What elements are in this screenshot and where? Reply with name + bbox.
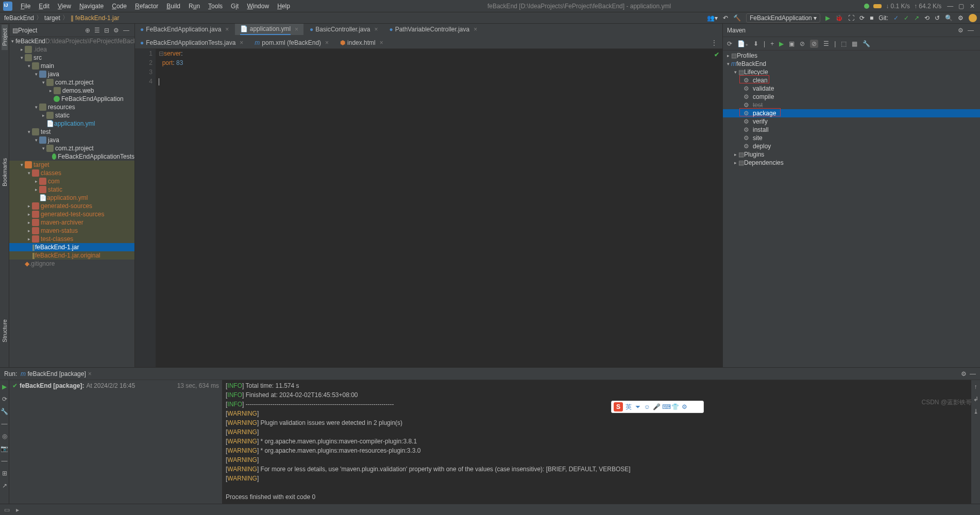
wrench-icon[interactable]: 🔧 <box>1 408 8 415</box>
menu-view[interactable]: View <box>54 3 75 10</box>
tab-pathvar[interactable]: ●PathVariableController.java× <box>384 24 482 35</box>
maven-hide-icon[interactable]: — <box>966 27 976 34</box>
bc-jar[interactable]: ‖ feBackEnd-1.jar <box>70 14 121 22</box>
menu-navigate[interactable]: Navigate <box>75 3 108 10</box>
menu-run[interactable]: Run <box>184 3 204 10</box>
coverage-button[interactable]: ⛶ <box>848 14 854 22</box>
tab-pom[interactable]: m pom.xml (feBackEnd)× <box>249 37 334 48</box>
maven-settings-icon[interactable]: ⚙ <box>956 27 966 34</box>
search-icon[interactable]: 🔍 <box>945 14 953 22</box>
bookmarks-tool-button[interactable]: Bookmarks <box>2 154 8 191</box>
console-output[interactable]: [INFO] Total time: 11.574 s[INFO] Finish… <box>223 380 971 504</box>
dump-icon[interactable]: 📷 <box>1 445 8 452</box>
tab-yml[interactable]: 📄 application.yml× <box>235 24 303 35</box>
run-maven-icon[interactable]: ▶ <box>779 40 784 47</box>
collapse-icon[interactable]: ⊟ <box>102 27 111 34</box>
tab-menu-icon[interactable]: ⋮ <box>706 37 722 48</box>
git-update-icon[interactable]: ✓ <box>893 14 899 22</box>
git-commit-icon[interactable]: ✓ <box>904 14 909 22</box>
gutter: 1234 <box>135 49 156 367</box>
status-run-icon[interactable]: ▭ <box>4 506 10 513</box>
editor[interactable]: 1234 ⊟server: port: 83 ✔ <box>135 49 722 367</box>
skip-tests-icon[interactable]: ⊘ <box>810 40 818 48</box>
generate-icon[interactable]: 📄₊ <box>737 40 748 47</box>
menu-code[interactable]: Code <box>108 3 131 10</box>
user-avatar[interactable] <box>969 14 977 22</box>
hammer-icon[interactable]: 🔨 <box>733 14 741 22</box>
run-tab-close[interactable]: × <box>88 370 92 377</box>
runconfig-selector[interactable]: FeBackEndApplication ▾ <box>746 13 820 23</box>
project-panel-title: Project <box>18 27 37 34</box>
people-icon[interactable]: 👥▾ <box>707 14 718 22</box>
back-icon[interactable]: ↶ <box>723 14 728 22</box>
ime-bar[interactable]: S 英⏷☺🎤⌨👕⚙ <box>611 401 704 413</box>
stop-icon[interactable]: ⟳ <box>2 396 7 403</box>
menu-tools[interactable]: Tools <box>204 3 227 10</box>
flatten-icon[interactable]: ☰ <box>92 27 102 34</box>
refresh-icon[interactable]: ⟳ <box>727 40 732 47</box>
menu-help[interactable]: Help <box>273 3 294 10</box>
maximize-button[interactable]: ▢ <box>957 3 966 10</box>
toggle-offline-icon[interactable]: ⊘ <box>800 40 805 47</box>
run-label: Run: <box>4 370 17 377</box>
menu-edit[interactable]: Edit <box>35 3 54 10</box>
add-icon[interactable]: + <box>770 40 774 47</box>
gear-icon[interactable]: ⚙ <box>111 27 121 34</box>
git-push-icon[interactable]: ↗ <box>914 14 919 22</box>
wrench-icon[interactable]: 🔧 <box>863 40 870 47</box>
profiler-button[interactable]: ⟳ <box>859 14 865 22</box>
spring-icon <box>52 153 57 160</box>
navbar: feBackEnd 〉 target 〉 ‖ feBackEnd-1.jar 👥… <box>0 12 980 24</box>
net-up: ↑ 64.2 K/s <box>914 3 941 10</box>
maven-tree[interactable]: ▸▤ Profiles ▾m feBackEnd ▾▤ Lifecycle ⚙c… <box>723 50 980 367</box>
scroll-top-icon[interactable]: ↑ <box>974 383 977 390</box>
menu-build[interactable]: Build <box>162 3 184 10</box>
structure-tool-button[interactable]: Structure <box>2 315 8 347</box>
yml-icon: 📄 <box>46 119 54 128</box>
menu-git[interactable]: Git <box>227 3 243 10</box>
close-button[interactable]: ✕ <box>968 3 977 10</box>
show-diag-icon[interactable]: ▦ <box>852 40 857 47</box>
maven-panel: Maven ⚙ — ⟳ 📄₊ ⬇ | + ▶ ▣ ⊘ ⊘ ☰ | ⬚ ▦ 🔧 ▸… <box>722 24 980 367</box>
project-tool-button[interactable]: Project <box>2 24 8 50</box>
pin-icon[interactable]: ↗ <box>2 482 7 489</box>
settings-icon[interactable]: ⚙ <box>958 14 964 22</box>
bc-target[interactable]: target <box>43 14 61 22</box>
tab-index[interactable]: ⬢ index.html× <box>335 37 388 48</box>
run-button[interactable]: ▶ <box>825 14 830 22</box>
gear-icon: ⚙ <box>744 76 751 84</box>
menu-refactor[interactable]: Refactor <box>131 3 162 10</box>
execute-icon[interactable]: ▣ <box>789 40 795 47</box>
run-tab[interactable]: feBackEnd [package] <box>27 370 86 377</box>
filter-icon[interactable]: ◎ <box>2 433 7 440</box>
collapse-all-icon[interactable]: ☰ <box>823 40 829 47</box>
show-deps-icon[interactable]: ⬚ <box>841 40 847 47</box>
menu-window[interactable]: Window <box>243 3 273 10</box>
minimize-button[interactable]: — <box>945 3 955 10</box>
project-tree[interactable]: ▾feBackEnd D:\IdeaProjects\FeProject\feB… <box>9 37 134 367</box>
softwrap-icon[interactable]: ↲ <box>973 396 978 403</box>
scroll-end-icon[interactable]: ⤓ <box>973 408 978 415</box>
code-area[interactable]: ⊟server: port: 83 <box>156 49 722 367</box>
debug-button[interactable]: 🐞 <box>835 14 843 22</box>
hide-icon[interactable]: — <box>121 27 131 34</box>
status-bar-indicator <box>873 4 882 8</box>
git-history-icon[interactable]: ⟲ <box>924 14 930 22</box>
menu-file[interactable]: File <box>16 3 35 10</box>
bc-root[interactable]: feBackEnd <box>3 14 35 22</box>
tab-basic[interactable]: ●BasicController.java× <box>305 24 383 35</box>
project-panel: ▤ Project ⊕ ☰ ⊟ ⚙ — ▾feBackEnd D:\IdeaPr… <box>9 24 135 367</box>
download-icon[interactable]: ⬇ <box>753 40 758 47</box>
maven-toolbar: ⟳ 📄₊ ⬇ | + ▶ ▣ ⊘ ⊘ ☰ | ⬚ ▦ 🔧 <box>723 37 980 50</box>
run-hide-icon[interactable]: — <box>970 370 976 377</box>
tab-app[interactable]: ●FeBackEndApplication.java× <box>135 24 234 35</box>
git-revert-icon[interactable]: ↺ <box>935 14 940 22</box>
rerun-icon[interactable]: ▶ <box>2 383 7 390</box>
stop-button[interactable]: ■ <box>870 14 873 22</box>
run-toolbar: ▶ ⟳ 🔧 — ◎ 📷 — ⊞ ↗ <box>0 380 9 504</box>
locate-icon[interactable]: ⊕ <box>83 27 92 34</box>
tab-apptests[interactable]: ●FeBackEndApplicationTests.java× <box>135 37 248 48</box>
run-settings-icon[interactable]: ⚙ <box>958 370 970 377</box>
layout-icon[interactable]: ⊞ <box>2 470 7 477</box>
spring-icon <box>54 96 60 102</box>
